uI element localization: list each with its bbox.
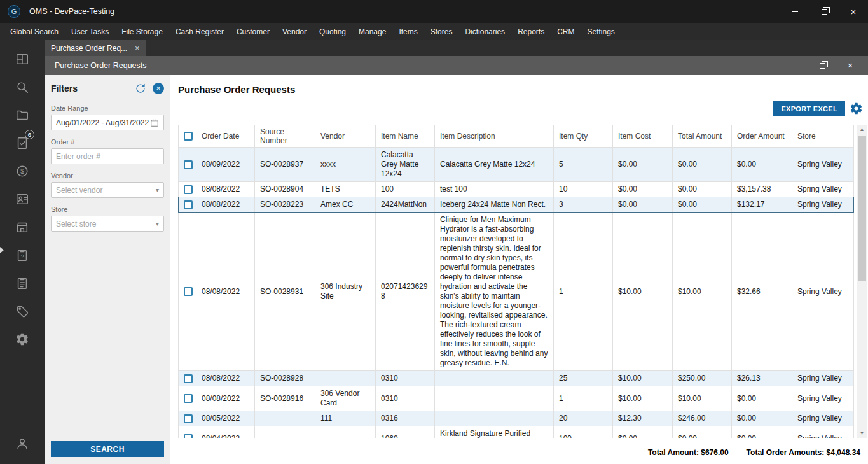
- cell-store: Spring Valley: [792, 371, 854, 386]
- cell-vendor: [315, 426, 376, 439]
- column-header-order-amount[interactable]: Order Amount: [732, 125, 792, 148]
- vendor-select-placeholder: Select vendor: [56, 186, 156, 195]
- menu-bar: Global SearchUser TasksFile StorageCash …: [0, 23, 868, 40]
- cell-order-date: 08/04/2022: [196, 426, 255, 439]
- sidebar-item-settings[interactable]: [0, 325, 45, 353]
- row-checkbox[interactable]: [184, 200, 193, 209]
- table-row[interactable]: 08/08/2022SO-0028904TETS100test 10010$0.…: [179, 182, 854, 197]
- search-button[interactable]: SEARCH: [51, 441, 164, 457]
- cell-source-number: SO-0028904: [255, 182, 315, 197]
- sidebar-item-file-storage[interactable]: [0, 101, 45, 129]
- date-range-input[interactable]: Aug/01/2022 - Aug/31/2022: [51, 115, 164, 130]
- cell-item-name: 1060: [376, 426, 435, 439]
- sidebar-item-quoting[interactable]: ?: [0, 241, 45, 269]
- menu-item-quoting[interactable]: Quoting: [313, 23, 352, 40]
- column-header-item-cost[interactable]: Item Cost: [613, 125, 673, 148]
- row-checkbox[interactable]: [184, 394, 193, 403]
- cell-vendor: Amex CC: [315, 197, 376, 213]
- sidebar-item-tags[interactable]: [0, 297, 45, 325]
- row-checkbox[interactable]: [184, 374, 193, 383]
- tags-icon: [15, 304, 29, 318]
- select-all-checkbox[interactable]: [184, 132, 193, 141]
- sidebar-item-search[interactable]: [0, 73, 45, 101]
- cell-item-name: 0310: [376, 386, 435, 411]
- menu-item-stores[interactable]: Stores: [424, 23, 459, 40]
- close-button[interactable]: ×: [839, 0, 868, 23]
- table-row[interactable]: 08/09/2022SO-0028937xxxxCalacatta Grey M…: [179, 148, 854, 182]
- table-row[interactable]: 08/05/2022111031620$12.30$246.00$0.00Spr…: [179, 411, 854, 426]
- menu-item-file-storage[interactable]: File Storage: [115, 23, 169, 40]
- inner-close-button[interactable]: ×: [836, 56, 864, 75]
- cell-order-date: 08/08/2022: [196, 182, 255, 197]
- menu-item-settings[interactable]: Settings: [581, 23, 621, 40]
- menu-item-manage[interactable]: Manage: [352, 23, 392, 40]
- side-nav: 6$?: [0, 40, 45, 464]
- cell-item-description: [435, 371, 554, 386]
- tab-purchase-order-requests[interactable]: Purchase Order Req... ×: [45, 40, 146, 56]
- scrollbar-down-icon[interactable]: ▼: [857, 428, 867, 438]
- table-row[interactable]: 08/04/20221060Kirkland Signature Purifie…: [179, 426, 854, 439]
- column-header-vendor[interactable]: Vendor: [315, 125, 376, 148]
- settings-icon: [15, 332, 29, 346]
- refresh-filters-button[interactable]: [135, 83, 146, 94]
- vendor-select[interactable]: Select vendor ▾: [51, 182, 164, 198]
- store-select[interactable]: Select store ▾: [51, 216, 164, 232]
- sidebar-item-dashboard[interactable]: [0, 45, 45, 73]
- column-header-store[interactable]: Store: [792, 125, 854, 148]
- menu-item-dictionaries[interactable]: Dictionaries: [458, 23, 511, 40]
- minimize-button[interactable]: [780, 0, 809, 23]
- select-all-cell: [179, 125, 196, 148]
- row-checkbox[interactable]: [184, 185, 193, 194]
- export-excel-button[interactable]: EXPORT EXCEL: [773, 101, 845, 116]
- maximize-button[interactable]: [809, 0, 839, 23]
- row-checkbox[interactable]: [184, 434, 193, 438]
- cell-order-amount: $0.00: [732, 426, 792, 439]
- menu-item-customer[interactable]: Customer: [230, 23, 276, 40]
- menu-item-user-tasks[interactable]: User Tasks: [65, 23, 115, 40]
- column-header-order-date[interactable]: Order Date: [196, 125, 255, 148]
- tab-close-icon[interactable]: ×: [135, 44, 140, 52]
- column-header-item-description[interactable]: Item Description: [435, 125, 554, 148]
- cell-vendor: [315, 371, 376, 386]
- sidebar-item-cash-register[interactable]: $: [0, 157, 45, 185]
- inner-minimize-button[interactable]: [780, 56, 808, 75]
- sidebar-expand-handle[interactable]: [0, 247, 4, 253]
- sidebar-item-tasks[interactable]: 6: [0, 129, 45, 157]
- menu-item-reports[interactable]: Reports: [511, 23, 551, 40]
- menu-item-crm[interactable]: CRM: [551, 23, 581, 40]
- scrollbar-up-icon[interactable]: ▲: [857, 125, 867, 134]
- menu-item-cash-register[interactable]: Cash Register: [169, 23, 230, 40]
- table-row[interactable]: 08/08/2022SO-0028928031025$10.00$250.00$…: [179, 371, 854, 386]
- menu-item-vendor[interactable]: Vendor: [276, 23, 313, 40]
- tab-strip: Purchase Order Req... ×: [45, 40, 868, 56]
- filters-heading: Filters: [51, 83, 78, 94]
- column-header-item-qty[interactable]: Item Qty: [554, 125, 613, 148]
- table-row[interactable]: 08/08/2022SO-0028931306 Industry Site020…: [179, 213, 854, 371]
- row-checkbox[interactable]: [184, 160, 193, 169]
- table-scrollbar[interactable]: ▲ ▼: [857, 125, 867, 438]
- cell-item-description: [435, 386, 554, 411]
- vendor-label: Vendor: [51, 172, 164, 179]
- cell-store: Spring Valley: [792, 411, 854, 426]
- table-row[interactable]: 08/08/2022SO-0028916306 Vendor Card03101…: [179, 386, 854, 411]
- menu-item-global-search[interactable]: Global Search: [4, 23, 65, 40]
- order-number-input[interactable]: [51, 148, 164, 164]
- sidebar-item-orders[interactable]: [0, 269, 45, 297]
- scrollbar-thumb[interactable]: [858, 136, 866, 281]
- close-filters-button[interactable]: ×: [153, 83, 164, 94]
- column-header-total-amount[interactable]: Total Amount: [673, 125, 732, 148]
- row-checkbox[interactable]: [184, 287, 193, 296]
- sidebar-item-stores[interactable]: [0, 213, 45, 241]
- table-row[interactable]: 08/08/2022SO-0028223Amex CC2424MattNonIc…: [179, 197, 854, 213]
- grid-settings-gear-icon[interactable]: [850, 102, 863, 115]
- sidebar-item-user[interactable]: [0, 430, 45, 458]
- column-header-source-number[interactable]: Source Number: [255, 125, 315, 148]
- column-header-item-name[interactable]: Item Name: [376, 125, 435, 148]
- row-checkbox[interactable]: [184, 414, 193, 423]
- main-content: Purchase Order Requests EXPORT EXCEL: [170, 75, 868, 464]
- inner-maximize-button[interactable]: [808, 56, 836, 75]
- cash-register-icon: $: [15, 164, 29, 178]
- cell-total-amount: $10.00: [673, 386, 732, 411]
- sidebar-item-customers[interactable]: [0, 185, 45, 213]
- menu-item-items[interactable]: Items: [392, 23, 424, 40]
